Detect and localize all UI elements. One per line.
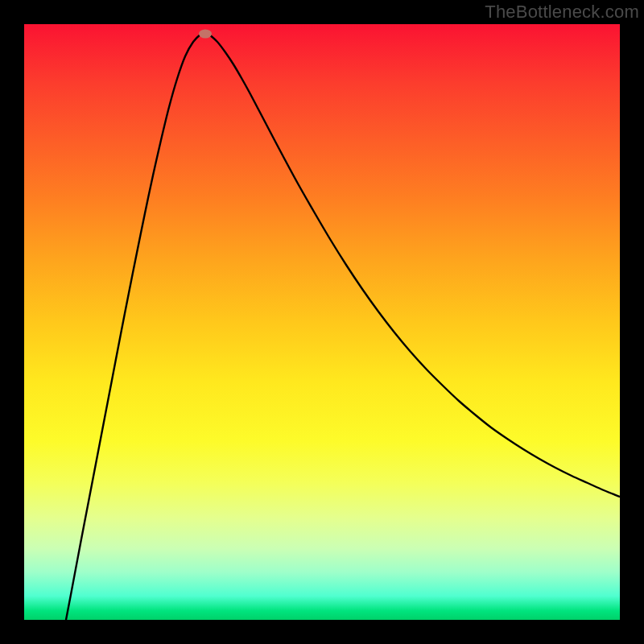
watermark-text: TheBottleneck.com	[485, 2, 639, 23]
curve-right-branch	[205, 32, 620, 497]
curve-svg	[24, 24, 620, 620]
minimum-marker	[199, 30, 212, 39]
chart-area	[24, 24, 620, 620]
curve-left-branch	[66, 32, 205, 620]
